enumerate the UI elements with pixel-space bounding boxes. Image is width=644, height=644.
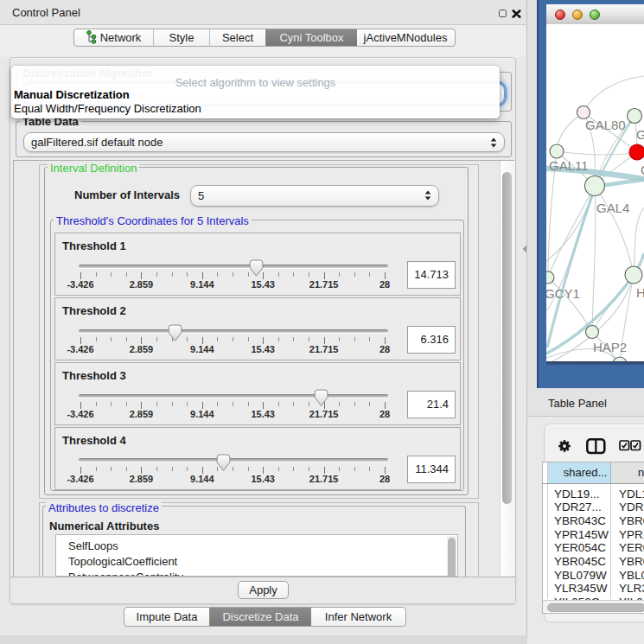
svg-text:GAL80: GAL80 xyxy=(585,118,626,132)
svg-text:GAL4: GAL4 xyxy=(596,201,629,215)
svg-text:C: C xyxy=(641,163,644,177)
svg-text:GA: GA xyxy=(636,127,644,142)
svg-text:GCY1: GCY1 xyxy=(546,286,580,301)
svg-text:HAP2: HAP2 xyxy=(593,340,627,354)
svg-text:GAL11: GAL11 xyxy=(549,158,589,173)
svg-text:H: H xyxy=(636,285,644,300)
